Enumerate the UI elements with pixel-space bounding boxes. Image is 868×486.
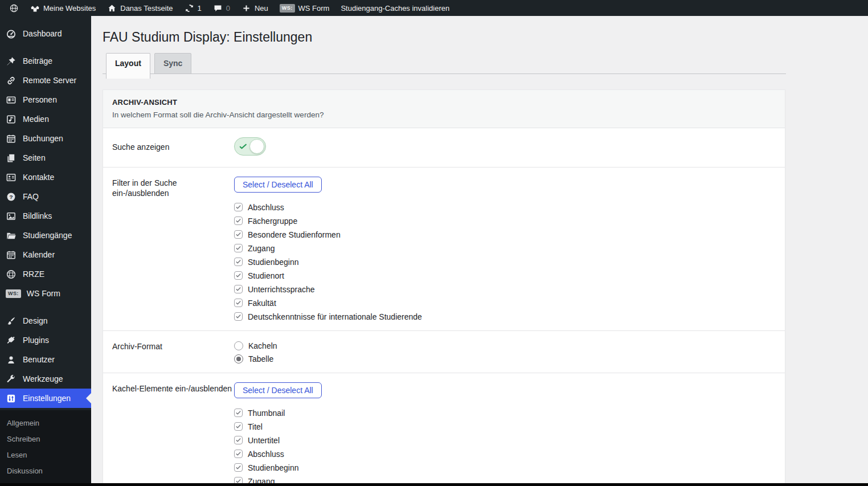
radio-option[interactable]: Tabelle	[234, 354, 776, 364]
sidebar-item-label: RRZE	[23, 269, 44, 279]
checkbox-label: Abschluss	[248, 450, 284, 459]
sidebar-item-buchungen[interactable]: Buchungen	[0, 129, 91, 148]
admin-bar-item-comments[interactable]: 0	[207, 0, 236, 16]
admin-bar-item-ws-form[interactable]: WS:WS Form	[274, 0, 335, 16]
admin-bar-item-label: Studiengang-Caches invalidieren	[341, 4, 449, 13]
checkbox-option[interactable]: Besondere Studienformen	[234, 230, 776, 239]
admin-bar-item-my-sites[interactable]: Meine Websites	[24, 0, 101, 16]
admin-bar-item-new-content[interactable]: Neu	[236, 0, 274, 16]
tabs: LayoutSync	[103, 53, 786, 79]
section-header: ARCHIV-ANSICHT In welchem Format soll di…	[103, 90, 785, 128]
checkbox-option[interactable]: Studienort	[234, 271, 776, 280]
sidebar-item-benutzer[interactable]: Benutzer	[0, 350, 91, 369]
checkbox-option[interactable]: Unterrichtssprache	[234, 285, 776, 294]
sidebar-item-label: Studiengänge	[23, 231, 72, 240]
checkbox-label: Unterrichtssprache	[248, 285, 315, 294]
checkbox-label: Fächergruppe	[248, 217, 297, 226]
sidebar-item-kontakte[interactable]: Kontakte	[0, 168, 91, 187]
radio	[234, 341, 243, 350]
checkbox-label: Untertitel	[248, 436, 280, 445]
media-icon	[6, 114, 17, 125]
checkbox-option[interactable]: Fakultät	[234, 299, 776, 308]
sidebar-item-label: Buchungen	[23, 134, 63, 143]
sidebar-item-label: WS Form	[27, 289, 60, 298]
admin-bar-item-current-site[interactable]: Danas Testseite	[101, 0, 178, 16]
calendar-icon	[6, 250, 17, 260]
submenu-item-allgemein[interactable]: Allgemein	[0, 415, 91, 431]
checkbox-option[interactable]: Deutschkenntnisse für internationale Stu…	[234, 312, 776, 321]
sidebar-item-personen[interactable]: Personen	[0, 90, 91, 109]
tab-layout[interactable]: Layout	[106, 53, 150, 79]
sidebar-item-einstellungen[interactable]: Einstellungen	[0, 389, 91, 408]
submenu-item-diskussion[interactable]: Diskussion	[0, 463, 91, 479]
sidebar-item-design[interactable]: Design	[0, 311, 91, 330]
sidebar-item-label: Werkzeuge	[23, 374, 63, 383]
settings-panel: ARCHIV-ANSICHT In welchem Format soll di…	[103, 89, 785, 486]
checkbox-option[interactable]: Abschluss	[234, 450, 776, 459]
sidebar-item-medien[interactable]: Medien	[0, 109, 91, 129]
sidebar-item-beitraege[interactable]: Beiträge	[0, 51, 91, 71]
sidebar-item-ws-form[interactable]: WS:WS Form	[0, 284, 91, 303]
submenu-item-lesen[interactable]: Lesen	[0, 447, 91, 463]
sidebar-item-label: Dashboard	[23, 29, 62, 38]
window-bottom-edge	[0, 483, 868, 486]
sidebar-item-remote-server[interactable]: Remote Server	[0, 71, 91, 90]
row-control: Select / Deselect AllAbschlussFächergrup…	[234, 177, 776, 321]
section-title: ARCHIV-ANSICHT	[112, 98, 776, 107]
toggle-suche-anzeigen[interactable]	[234, 137, 266, 156]
checkbox-option[interactable]: Studienbeginn	[234, 463, 776, 472]
sidebar-menu: DashboardBeiträgeRemote ServerPersonenMe…	[0, 16, 91, 408]
my-sites-icon	[30, 3, 40, 13]
settings-row-archiv-format: Archiv-FormatKachelnTabelle	[103, 330, 785, 373]
checkbox	[234, 312, 243, 321]
checkbox-label: Abschluss	[248, 203, 284, 212]
sidebar-item-label: Beiträge	[23, 56, 52, 66]
settings-row-filter-suche: Filter in der Suche ein-/ausblendenSelec…	[103, 167, 785, 330]
sidebar-item-seiten[interactable]: Seiten	[0, 148, 91, 168]
page-title: FAU Studium Display: Einstellungen	[103, 30, 868, 46]
calendar-icon	[6, 133, 17, 144]
checkbox-label: Deutschkenntnisse für internationale Stu…	[248, 312, 422, 321]
checkbox-option[interactable]: Fächergruppe	[234, 217, 776, 226]
admin-bar-item-cache-invalidate[interactable]: Studiengang-Caches invalidieren	[335, 0, 455, 16]
checkbox	[234, 203, 243, 211]
sidebar-item-rrze[interactable]: RRZE	[0, 264, 91, 284]
sidebar-item-werkzeuge[interactable]: Werkzeuge	[0, 369, 91, 389]
checkbox-option[interactable]: Zugang	[234, 244, 776, 253]
checkbox	[234, 422, 243, 431]
checkbox	[234, 299, 243, 307]
toggle-check-icon	[239, 142, 248, 151]
globe-icon	[6, 269, 17, 280]
sidebar-item-label: Personen	[23, 95, 57, 104]
ws-form-badge-icon: WS:	[280, 4, 295, 13]
sidebar-item-bildlinks[interactable]: Bildlinks	[0, 206, 91, 226]
sidebar-item-studiengaenge[interactable]: Studiengänge	[0, 226, 91, 245]
checkbox-label: Fakultät	[248, 299, 276, 308]
select-deselect-all-button[interactable]: Select / Deselect All	[234, 177, 322, 193]
submenu-item-schreiben[interactable]: Schreiben	[0, 431, 91, 447]
checkbox-option[interactable]: Titel	[234, 422, 776, 431]
sidebar-item-faq[interactable]: ?FAQ	[0, 187, 91, 206]
checkbox-option[interactable]: Abschluss	[234, 203, 776, 212]
checkbox-option[interactable]: Untertitel	[234, 436, 776, 445]
checkbox-option[interactable]: Studienbeginn	[234, 258, 776, 267]
admin-bar-item-wordpress-logo[interactable]	[3, 0, 24, 16]
main-content: FAU Studium Display: Einstellungen Layou…	[91, 0, 868, 486]
sidebar-item-label: Medien	[23, 115, 49, 124]
checkbox	[234, 230, 243, 239]
admin-bar-item-label: WS Form	[298, 4, 330, 13]
checkbox	[234, 258, 243, 266]
sidebar-item-plugins[interactable]: Plugins	[0, 330, 91, 350]
sidebar-item-dashboard[interactable]: Dashboard	[0, 24, 91, 43]
checkbox-option[interactable]: Thumbnail	[234, 409, 776, 418]
home-icon	[107, 3, 117, 13]
sidebar-item-label: Bildlinks	[23, 211, 52, 220]
tab-sync[interactable]: Sync	[154, 53, 191, 74]
row-label: Archiv-Format	[112, 340, 234, 364]
select-deselect-all-button[interactable]: Select / Deselect All	[234, 382, 322, 398]
checkbox	[234, 285, 243, 293]
folder-icon	[6, 230, 17, 241]
admin-bar-item-updates[interactable]: 1	[179, 0, 207, 16]
sidebar-item-kalender[interactable]: Kalender	[0, 245, 91, 264]
radio-option[interactable]: Kacheln	[234, 341, 776, 350]
